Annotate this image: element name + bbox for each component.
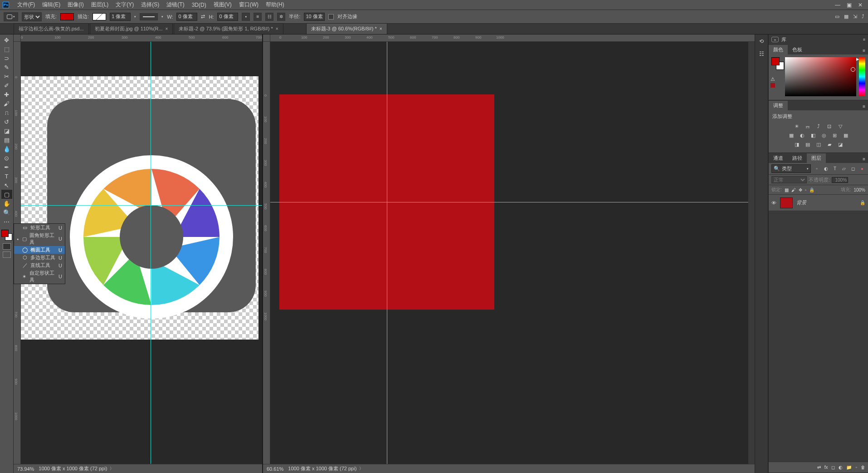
menu-edit[interactable]: 编辑(E) <box>39 1 64 9</box>
window-minimize-icon[interactable]: — <box>835 2 840 8</box>
menu-filter[interactable]: 滤镜(T) <box>163 1 188 9</box>
path-select-tool[interactable]: ↖ <box>1 181 12 190</box>
lock-icon[interactable]: 🔒 <box>860 200 865 205</box>
threshold-icon[interactable]: ◫ <box>814 141 823 148</box>
ruler-horizontal[interactable]: 0 100 200 300 400 500 600 700 800 900 10… <box>270 34 755 42</box>
menu-window[interactable]: 窗口(W) <box>235 1 262 9</box>
panel-menu-icon[interactable]: ≡ <box>860 47 868 54</box>
filter-pixel-icon[interactable]: ▫ <box>814 166 820 172</box>
workspace-icon[interactable]: ▭ <box>835 14 839 20</box>
path-options-button[interactable]: ✲ <box>277 13 285 21</box>
link-wh-icon[interactable]: ⇄ <box>201 14 205 20</box>
levels-icon[interactable]: ⚎ <box>804 123 812 130</box>
selective-color-icon[interactable]: ◪ <box>836 141 844 148</box>
pen-tool[interactable]: ✒ <box>1 163 12 172</box>
color-field[interactable] <box>785 57 856 96</box>
group-icon[interactable]: 📁 <box>846 465 852 470</box>
color-lookup-icon[interactable]: ▦ <box>842 132 850 139</box>
window-close-icon[interactable]: ✕ <box>858 2 863 8</box>
chevron-right-icon[interactable]: 〉 <box>359 466 363 472</box>
share-icon[interactable]: ⤴ <box>862 14 864 20</box>
layer-style-icon[interactable]: fx <box>824 465 828 470</box>
move-tool[interactable]: ✥ <box>1 35 12 44</box>
menu-help[interactable]: 帮助(H) <box>262 1 288 9</box>
align-edges-checkbox[interactable] <box>328 14 334 20</box>
shape-tool[interactable]: ▢ <box>1 190 12 199</box>
height-input[interactable] <box>217 13 238 21</box>
lock-all-icon[interactable]: 🔒 <box>809 187 814 192</box>
gamut-warning-icon[interactable]: ⚠ <box>770 76 775 88</box>
channel-mixer-icon[interactable]: ⊞ <box>831 132 839 139</box>
library-tab[interactable]: 库 <box>781 36 786 43</box>
ruler-vertical[interactable]: 0 100 200 300 400 500 600 700 800 900 10… <box>263 42 270 464</box>
shape-mode-select[interactable]: 形状 <box>22 12 42 21</box>
vibrance-icon[interactable]: ▽ <box>836 123 844 130</box>
close-icon[interactable]: × <box>276 26 278 31</box>
color-tab[interactable]: 颜色 <box>769 45 788 54</box>
layer-filter-kind[interactable]: 🔍 类型 ▾ <box>771 164 811 173</box>
menu-file[interactable]: 文件(F) <box>14 1 39 9</box>
path-arrange-button[interactable]: ☷ <box>265 13 273 21</box>
menu-image[interactable]: 图像(I) <box>64 1 87 9</box>
photo-filter-icon[interactable]: ◎ <box>820 132 828 139</box>
ruler-horizontal[interactable]: 0 100 200 300 400 500 600 700 <box>21 34 262 42</box>
layer-row[interactable]: 👁 背景 🔒 <box>769 195 868 211</box>
adjustments-tab[interactable]: 调整 <box>769 101 788 110</box>
swatches-tab[interactable]: 色板 <box>788 45 807 54</box>
type-tool[interactable]: T <box>1 172 12 181</box>
crop-tool[interactable]: ✂ <box>1 72 12 81</box>
search-icon[interactable]: ▦ <box>844 14 848 20</box>
path-operations-button[interactable]: ▪ <box>242 13 250 21</box>
panel-menu-icon[interactable]: ≡ <box>860 155 868 163</box>
fill-opacity-input[interactable]: 100% <box>853 187 865 192</box>
new-layer-icon[interactable]: ▫ <box>855 465 857 470</box>
paths-tab[interactable]: 路径 <box>788 153 807 163</box>
width-input[interactable] <box>176 13 197 21</box>
flyout-polygon-tool[interactable]: ⬡多边形工具U <box>14 254 65 261</box>
menu-layer[interactable]: 图层(L) <box>88 1 112 9</box>
stroke-width-input[interactable] <box>110 13 131 21</box>
close-icon[interactable]: × <box>380 26 382 31</box>
zoom-tool[interactable]: 🔍 <box>1 208 12 217</box>
tool-preset-button[interactable]: ▾ <box>4 12 18 21</box>
quick-mask-button[interactable] <box>3 243 11 250</box>
flyout-rectangle-tool[interactable]: ▭矩形工具U <box>14 224 65 232</box>
layer-thumbnail[interactable] <box>780 197 793 208</box>
lock-position-icon[interactable]: ✥ <box>799 187 802 192</box>
channels-tab[interactable]: 通道 <box>769 153 788 163</box>
posterize-icon[interactable]: ▤ <box>804 141 812 148</box>
guide-vertical[interactable] <box>151 42 151 464</box>
close-icon[interactable]: × <box>166 26 168 31</box>
visibility-icon[interactable]: 👁 <box>771 200 776 206</box>
eyedropper-tool[interactable]: ✐ <box>1 81 12 90</box>
layer-name[interactable]: 背景 <box>796 199 856 206</box>
window-maximize-icon[interactable]: ▣ <box>847 2 852 8</box>
canvas-right[interactable]: 0 100 200 300 400 500 600 700 800 900 10… <box>263 34 755 473</box>
filter-shape-icon[interactable]: ▱ <box>841 166 847 172</box>
filter-smart-icon[interactable]: ◻ <box>850 166 856 172</box>
blur-tool[interactable]: 💧 <box>1 144 12 153</box>
scrollbar-vertical[interactable] <box>748 42 755 464</box>
brush-tool[interactable]: 🖌 <box>1 99 12 108</box>
chevron-right-icon[interactable]: 〉 <box>110 466 114 472</box>
foreground-color[interactable] <box>1 230 9 237</box>
doc-info[interactable]: 1000 像素 x 1000 像素 (72 ppi) <box>39 465 107 472</box>
guide-horizontal[interactable] <box>21 205 262 206</box>
marquee-tool[interactable]: ⬚ <box>1 44 12 54</box>
brightness-icon[interactable]: ☀ <box>793 123 801 130</box>
doc-tab-3[interactable]: 未标题-3 @ 60.6%(RGB/8#) *× <box>306 23 387 34</box>
doc-tab-0[interactable]: 福字边框怎么画-恢复的.psd... <box>14 23 89 34</box>
history-brush-tool[interactable]: ↺ <box>1 117 12 126</box>
flyout-custom-shape-tool[interactable]: ✶自定形状工具U <box>14 269 65 284</box>
blend-mode-select[interactable]: 正常 <box>771 176 807 183</box>
eraser-tool[interactable]: ◪ <box>1 126 12 135</box>
dodge-tool[interactable]: ⊙ <box>1 153 12 163</box>
panel-menu-icon[interactable]: ≡ <box>863 37 865 42</box>
stroke-color-button[interactable] <box>93 13 106 20</box>
filter-toggle-icon[interactable]: ● <box>859 166 865 172</box>
fill-color-button[interactable] <box>60 13 74 20</box>
lock-image-icon[interactable]: 🖌 <box>791 187 796 192</box>
menu-view[interactable]: 视图(V) <box>210 1 235 9</box>
screen-mode-button[interactable] <box>3 251 11 258</box>
stamp-tool[interactable]: ⎍ <box>1 108 12 117</box>
